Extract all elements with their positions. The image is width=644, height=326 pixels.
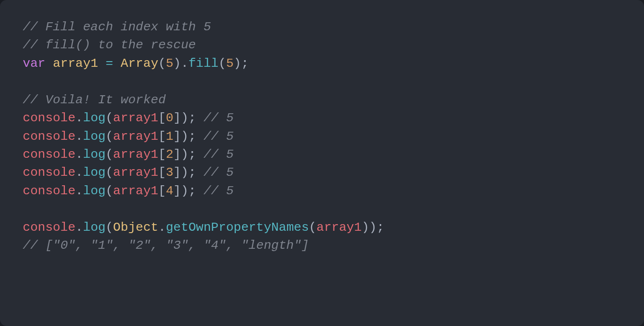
code-punct: . bbox=[181, 56, 188, 71]
code-method: log bbox=[83, 184, 106, 198]
code-builtin: console bbox=[23, 111, 75, 125]
code-punct: . bbox=[75, 165, 83, 180]
code-space bbox=[196, 129, 204, 144]
code-builtin: console bbox=[23, 129, 75, 144]
code-method: log bbox=[83, 165, 106, 180]
code-punct: [ bbox=[158, 129, 166, 144]
code-comment: // Fill each index with 5 bbox=[23, 20, 211, 34]
code-punct: [ bbox=[158, 165, 166, 180]
code-punct: ); bbox=[181, 111, 196, 125]
code-punct: ( bbox=[106, 111, 113, 125]
code-comment: // 5 bbox=[204, 129, 234, 144]
code-punct: [ bbox=[158, 111, 166, 125]
code-number: 0 bbox=[166, 111, 173, 125]
code-space bbox=[196, 165, 204, 180]
code-number: 4 bbox=[166, 184, 173, 198]
code-comment: // 5 bbox=[204, 111, 234, 125]
code-var: array1 bbox=[113, 129, 158, 144]
code-punct: ( bbox=[158, 56, 166, 71]
code-method: fill bbox=[188, 56, 219, 71]
code-identifier: array1 bbox=[53, 56, 98, 71]
code-punct: ); bbox=[181, 147, 196, 162]
code-block: // Fill each index with 5 // fill() to t… bbox=[0, 0, 644, 326]
code-space bbox=[196, 147, 204, 162]
code-var: array1 bbox=[113, 147, 158, 162]
code-method: log bbox=[83, 147, 106, 162]
code-punct: ] bbox=[173, 111, 181, 125]
code-punct: ( bbox=[106, 129, 113, 144]
code-punct: [ bbox=[158, 184, 166, 198]
code-comment: // 5 bbox=[204, 184, 234, 198]
code-keyword: var bbox=[23, 56, 45, 71]
code-punct: ] bbox=[173, 147, 181, 162]
code-operator: = bbox=[106, 56, 113, 71]
code-method: getOwnPropertyNames bbox=[166, 220, 309, 235]
code-var: array1 bbox=[113, 111, 158, 125]
code-var: array1 bbox=[113, 165, 158, 180]
code-space bbox=[113, 56, 121, 71]
code-space bbox=[98, 56, 106, 71]
code-builtin: console bbox=[23, 220, 75, 235]
code-var: array1 bbox=[316, 220, 361, 235]
code-class: Array bbox=[121, 56, 159, 71]
code-number: 3 bbox=[166, 165, 173, 180]
code-comment: // 5 bbox=[204, 165, 234, 180]
code-comment: // Voila! It worked bbox=[23, 93, 166, 107]
code-comment: // 5 bbox=[204, 147, 234, 162]
code-punct: . bbox=[75, 147, 83, 162]
code-var: array1 bbox=[113, 184, 158, 198]
code-punct: ); bbox=[181, 165, 196, 180]
code-comment: // fill() to the rescue bbox=[23, 38, 196, 52]
code-space bbox=[196, 111, 204, 125]
code-builtin: console bbox=[23, 184, 75, 198]
code-punct: . bbox=[158, 220, 166, 235]
code-punct: [ bbox=[158, 147, 166, 162]
code-punct: ( bbox=[106, 147, 113, 162]
code-punct: . bbox=[75, 220, 83, 235]
code-punct: ] bbox=[173, 184, 181, 198]
code-method: log bbox=[83, 111, 106, 125]
code-number: 1 bbox=[166, 129, 173, 144]
code-punct: ( bbox=[219, 56, 226, 71]
code-punct: ) bbox=[173, 56, 181, 71]
code-punct: ); bbox=[181, 129, 196, 144]
code-comment: // ["0", "1", "2", "3", "4", "length"] bbox=[23, 238, 309, 253]
code-space bbox=[196, 184, 204, 198]
code-punct: ( bbox=[106, 184, 113, 198]
code-punct: ); bbox=[233, 56, 249, 71]
code-number: 5 bbox=[166, 56, 173, 71]
code-punct: ] bbox=[173, 129, 181, 144]
code-builtin: console bbox=[23, 165, 75, 180]
code-punct: ( bbox=[106, 220, 113, 235]
code-method: log bbox=[83, 129, 106, 144]
code-punct: ] bbox=[173, 165, 181, 180]
code-punct: ( bbox=[106, 165, 113, 180]
code-punct: )); bbox=[362, 220, 385, 235]
code-punct: . bbox=[75, 129, 83, 144]
code-number: 2 bbox=[166, 147, 173, 162]
code-number: 5 bbox=[226, 56, 233, 71]
code-punct: . bbox=[75, 184, 83, 198]
code-builtin: console bbox=[23, 147, 75, 162]
code-class: Object bbox=[113, 220, 158, 235]
code-punct: ( bbox=[309, 220, 316, 235]
code-punct: ); bbox=[181, 184, 196, 198]
code-punct: . bbox=[75, 111, 83, 125]
code-method: log bbox=[83, 220, 106, 235]
code-space bbox=[45, 56, 53, 71]
